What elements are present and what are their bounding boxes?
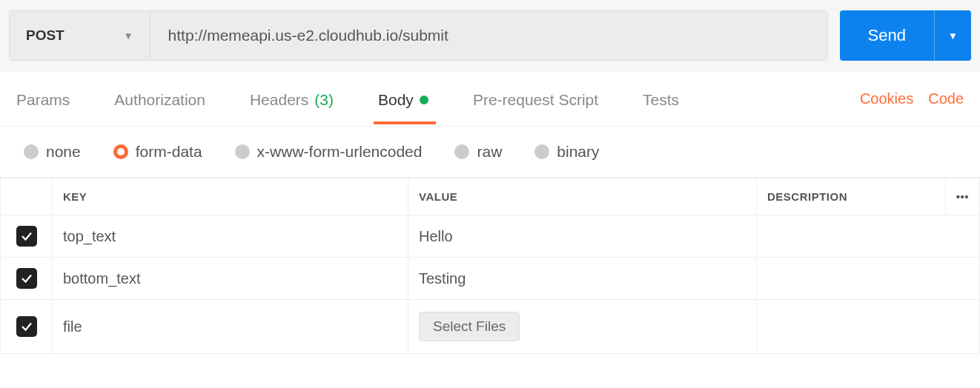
tab-label: Pre-request Script — [473, 91, 598, 109]
tab-authorization[interactable]: Authorization — [114, 75, 205, 124]
col-header-more[interactable]: ••• — [945, 178, 979, 215]
row-key-cell[interactable]: file — [53, 300, 408, 354]
tab-tests[interactable]: Tests — [643, 75, 679, 124]
body-type-selector: none form-data x-www-form-urlencoded raw… — [0, 127, 980, 178]
tab-label: Authorization — [114, 91, 205, 109]
right-links: Cookies Code — [860, 90, 964, 107]
status-dot-icon — [420, 96, 428, 104]
radio-icon — [534, 144, 549, 159]
row-checkbox-cell — [1, 300, 53, 354]
row-description-cell[interactable] — [757, 215, 980, 258]
radio-label: raw — [477, 143, 502, 161]
col-header-value: VALUE — [408, 178, 757, 215]
row-value-cell[interactable]: Hello — [408, 215, 757, 258]
row-value-cell[interactable]: Select Files — [408, 300, 757, 354]
code-link[interactable]: Code — [928, 90, 964, 107]
row-key-cell[interactable]: top_text — [53, 215, 408, 258]
body-type-urlencoded[interactable]: x-www-form-urlencoded — [235, 143, 423, 161]
url-input[interactable] — [150, 11, 827, 60]
tab-label: Tests — [643, 91, 679, 109]
table-row: bottom_textTesting — [1, 258, 980, 300]
row-checkbox[interactable] — [16, 316, 37, 337]
radio-icon — [113, 144, 128, 159]
tab-label: Headers — [250, 91, 308, 109]
chevron-down-icon: ▼ — [948, 30, 958, 41]
tab-prerequest[interactable]: Pre-request Script — [473, 75, 598, 124]
radio-label: form-data — [136, 143, 202, 161]
table-row: fileSelect Files — [1, 300, 980, 354]
row-checkbox[interactable] — [16, 268, 37, 289]
radio-label: none — [46, 143, 81, 161]
http-method-select[interactable]: POST ▼ — [10, 11, 150, 60]
tab-params[interactable]: Params — [16, 75, 70, 124]
chevron-down-icon: ▼ — [124, 30, 133, 41]
radio-label: x-www-form-urlencoded — [257, 143, 423, 161]
radio-icon — [235, 144, 250, 159]
send-dropdown-button[interactable]: ▼ — [934, 10, 971, 61]
request-tabs-row: Params Authorization Headers (3) Body Pr… — [0, 72, 980, 127]
row-checkbox-cell — [1, 258, 53, 300]
method-url-group: POST ▼ — [9, 10, 828, 61]
col-header-description: DESCRIPTION — [757, 178, 946, 215]
table-row: top_textHello — [1, 215, 980, 258]
radio-label: binary — [557, 143, 599, 161]
tab-headers-count: (3) — [314, 91, 334, 109]
row-description-cell[interactable] — [757, 258, 980, 300]
send-button[interactable]: Send — [840, 10, 934, 61]
body-type-raw[interactable]: raw — [454, 143, 502, 161]
col-header-checkbox — [1, 178, 53, 215]
tab-label: Params — [16, 91, 70, 109]
body-type-form-data[interactable]: form-data — [113, 143, 202, 161]
row-checkbox[interactable] — [16, 226, 37, 247]
http-method-value: POST — [26, 27, 64, 44]
tab-body[interactable]: Body — [378, 75, 428, 124]
col-header-key: KEY — [53, 178, 408, 215]
body-type-none[interactable]: none — [24, 143, 81, 161]
body-type-binary[interactable]: binary — [534, 143, 599, 161]
request-bar: POST ▼ Send ▼ — [0, 0, 980, 72]
row-key-cell[interactable]: bottom_text — [53, 258, 408, 300]
send-button-group: Send ▼ — [840, 10, 971, 61]
radio-icon — [454, 144, 469, 159]
request-tabs: Params Authorization Headers (3) Body Pr… — [16, 75, 860, 124]
cookies-link[interactable]: Cookies — [860, 90, 913, 107]
form-data-table: KEY VALUE DESCRIPTION ••• top_textHellob… — [0, 178, 980, 354]
tab-headers[interactable]: Headers (3) — [250, 75, 334, 124]
radio-icon — [24, 144, 39, 159]
tab-label: Body — [378, 91, 414, 109]
select-files-button[interactable]: Select Files — [419, 312, 520, 341]
row-description-cell[interactable] — [757, 300, 980, 354]
table-header-row: KEY VALUE DESCRIPTION ••• — [1, 178, 980, 215]
row-checkbox-cell — [1, 215, 53, 258]
row-value-cell[interactable]: Testing — [408, 258, 757, 300]
